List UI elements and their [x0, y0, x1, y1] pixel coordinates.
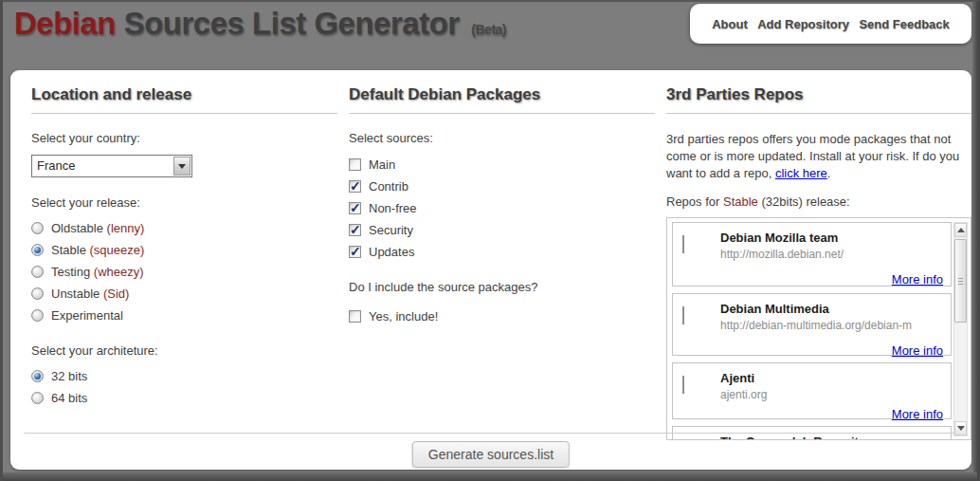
more-info-link[interactable]: More info	[892, 272, 943, 287]
window-edge-right	[972, 2, 977, 481]
source-packages-question: Do I include the source packages?	[349, 280, 655, 294]
checkbox-main[interactable]	[349, 158, 361, 171]
repo-name: The Opera .deb Repository:	[720, 435, 943, 440]
radio-unstable[interactable]	[31, 287, 44, 300]
repo-url: http://mozilla.debian.net/	[720, 248, 943, 261]
section-default-packages: Default Debian Packages Select sources: …	[349, 85, 655, 331]
page-title-brand: Debian	[14, 6, 116, 41]
radio-32bits[interactable]	[31, 370, 44, 382]
arch-option-32bits[interactable]: 32 bits	[31, 369, 337, 383]
repo-name: Debian Mozilla team	[720, 231, 943, 245]
checkbox-security[interactable]	[349, 224, 361, 236]
release-codename: (wheezy)	[94, 265, 144, 279]
radio-stable[interactable]	[31, 244, 44, 256]
click-here-link[interactable]: click here	[775, 166, 827, 180]
radio-oldstable[interactable]	[31, 222, 44, 234]
source-name: Main	[369, 157, 395, 172]
radio-experimental[interactable]	[31, 309, 44, 322]
release-option-experimental[interactable]: Experimental	[31, 308, 337, 323]
release-option-label: Unstable (Sid)	[51, 287, 129, 301]
main-panel: Location and release Select your country…	[10, 70, 971, 470]
repos-description: 3rd parties repos offers you mode packag…	[666, 131, 971, 182]
checkbox-include-sources[interactable]	[349, 310, 361, 323]
release-name: Stable	[51, 243, 86, 257]
country-select-value: France	[32, 156, 191, 176]
nav-about[interactable]: About	[712, 17, 748, 31]
source-name: Contrib	[369, 179, 408, 194]
repo-card-mozilla: Debian Mozilla team http://mozilla.debia…	[672, 222, 952, 287]
radio-64bits[interactable]	[31, 392, 44, 404]
more-info-link[interactable]: More info	[892, 407, 943, 421]
chevron-down-icon[interactable]	[173, 157, 191, 176]
scrollbar-thumb[interactable]	[954, 239, 967, 323]
nav-send-feedback[interactable]: Send Feedback	[859, 17, 949, 31]
release-option-oldstable[interactable]: Oldstable (lenny)	[31, 221, 337, 235]
page-title-beta: (Beta)	[471, 22, 506, 37]
generate-sources-button[interactable]: Generate sources.list	[412, 441, 570, 468]
packages-heading: Default Debian Packages	[349, 85, 655, 114]
top-nav: About Add Repository Send Feedback	[690, 4, 971, 44]
location-heading: Location and release	[31, 85, 337, 114]
checkbox-updates[interactable]	[349, 246, 361, 258]
repos-description-period: .	[827, 166, 831, 180]
checkbox-contrib[interactable]	[349, 180, 361, 193]
page-title-rest: Sources List Generator	[116, 6, 460, 41]
window-edge-bottom	[3, 472, 977, 481]
section-third-party-repos: 3rd Parties Repos 3rd parties repos offe…	[666, 85, 971, 440]
source-packages-option[interactable]: Yes, include!	[349, 309, 655, 324]
repos-list-label-release: Stable	[723, 194, 758, 209]
radio-testing[interactable]	[31, 266, 44, 278]
footer-divider	[24, 433, 954, 434]
repo-name: Ajenti	[720, 371, 943, 385]
repo-card-ajenti: Ajenti ajenti.org More info	[672, 362, 952, 419]
source-name: Updates	[369, 245, 414, 259]
release-codename: (lenny)	[107, 221, 145, 235]
repo-card-multimedia: Debian Multimedia http://debian-multimed…	[672, 293, 952, 356]
include-sources-label: Yes, include!	[369, 309, 438, 324]
arch-name: 64 bits	[51, 391, 87, 405]
source-name: Non-free	[369, 201, 417, 215]
page-title: Debian Sources List Generator (Beta)	[14, 6, 506, 42]
release-option-stable[interactable]: Stable (squeeze)	[31, 243, 337, 257]
page: Debian Sources List Generator (Beta) Abo…	[0, 0, 980, 481]
repo-list: Debian Mozilla team http://mozilla.debia…	[666, 217, 971, 440]
release-name: Unstable	[51, 287, 100, 301]
repo-name: Debian Multimedia	[720, 302, 943, 316]
scroll-up-icon[interactable]	[954, 223, 967, 237]
release-option-unstable[interactable]: Unstable (Sid)	[31, 287, 337, 301]
release-option-testing[interactable]: Testing (wheezy)	[31, 265, 337, 279]
release-name: Oldstable	[51, 221, 103, 235]
repos-list-label-text: Repos for	[666, 194, 723, 209]
release-option-label: Oldstable (lenny)	[51, 221, 144, 235]
source-option-security[interactable]: Security	[349, 223, 655, 237]
arch-option-64bits[interactable]: 64 bits	[31, 391, 337, 405]
release-name: Testing	[51, 265, 90, 279]
repo-url: ajenti.org	[720, 388, 943, 401]
release-codename: (squeeze)	[90, 243, 145, 257]
release-label: Select your release:	[31, 195, 337, 210]
nav-add-repository[interactable]: Add Repository	[757, 17, 849, 31]
source-option-updates[interactable]: Updates	[349, 245, 655, 259]
release-name: Experimental	[51, 308, 123, 323]
checkbox-repo-ajenti[interactable]	[682, 376, 684, 394]
scroll-down-icon[interactable]	[954, 421, 967, 435]
repos-heading: 3rd Parties Repos	[666, 85, 971, 114]
checkbox-repo-opera[interactable]	[682, 439, 684, 440]
checkbox-nonfree[interactable]	[349, 202, 361, 214]
source-option-main[interactable]: Main	[349, 157, 655, 172]
checkbox-repo-mozilla[interactable]	[682, 235, 684, 253]
architecture-label: Select your architeture:	[31, 343, 337, 358]
more-info-link[interactable]: More info	[892, 343, 943, 358]
repos-list-label-suffix: (32bits) release:	[758, 194, 850, 209]
checkbox-repo-multimedia[interactable]	[682, 306, 684, 324]
release-codename: (Sid)	[103, 287, 129, 301]
repo-url: http://debian-multimedia.org/debian-m	[720, 319, 943, 332]
section-location-release: Location and release Select your country…	[31, 85, 337, 413]
source-name: Security	[369, 223, 413, 237]
release-option-label: Stable (squeeze)	[51, 243, 144, 257]
source-option-nonfree[interactable]: Non-free	[349, 201, 655, 215]
source-option-contrib[interactable]: Contrib	[349, 179, 655, 194]
repo-list-scrollbar[interactable]	[953, 222, 968, 436]
sources-label: Select sources:	[349, 131, 655, 145]
country-select[interactable]: France	[31, 155, 192, 177]
